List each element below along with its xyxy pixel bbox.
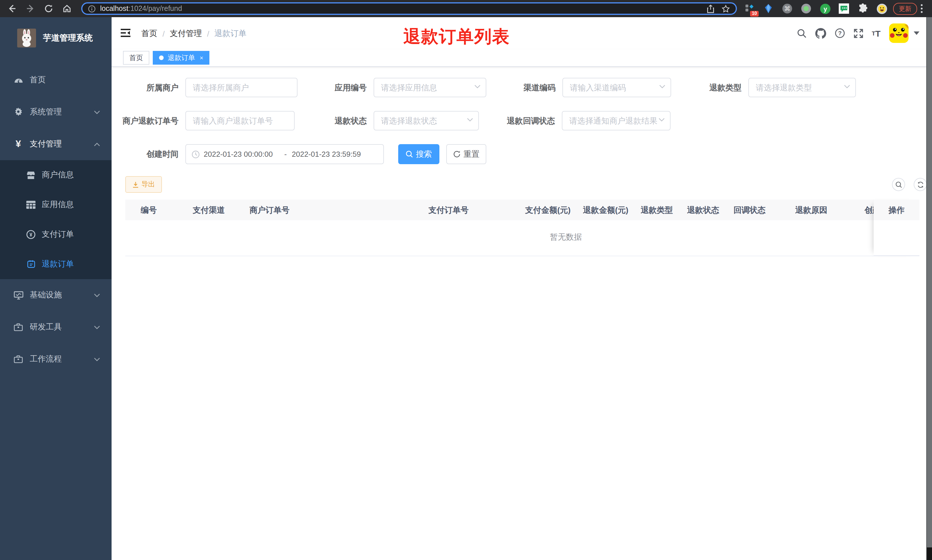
github-icon[interactable] bbox=[815, 28, 826, 38]
filter-channel-select[interactable] bbox=[562, 78, 671, 97]
home-icon[interactable] bbox=[61, 2, 73, 15]
sidebar-menu: 首页 系统管理 ¥ 支付管理 bbox=[0, 64, 112, 375]
address-bar[interactable]: localhost:1024/pay/refund bbox=[81, 2, 737, 15]
channel-input[interactable] bbox=[563, 78, 671, 97]
svg-text:y: y bbox=[823, 5, 827, 12]
back-icon[interactable] bbox=[6, 2, 18, 15]
site-info-icon[interactable] bbox=[88, 5, 95, 12]
merchant-input[interactable] bbox=[186, 78, 297, 97]
forward-icon[interactable] bbox=[24, 2, 37, 15]
sidebar-item-label: 退款订单 bbox=[42, 259, 74, 269]
refresh-table-button[interactable] bbox=[914, 178, 927, 191]
yen-coin-icon: ¥ bbox=[25, 230, 37, 239]
sidebar-item-label: 基础设施 bbox=[30, 290, 62, 300]
breadcrumb: 首页 / 支付管理 / 退款订单 bbox=[141, 29, 247, 39]
reset-button[interactable]: 重置 bbox=[446, 144, 486, 164]
create-time-range-picker[interactable]: 2022-01-23 00:00:00 - 2022-01-23 23:59:5… bbox=[185, 144, 384, 164]
help-icon[interactable]: ? bbox=[834, 28, 845, 38]
extension-tab-manager-icon[interactable]: 10 bbox=[744, 3, 755, 14]
app-input[interactable] bbox=[374, 78, 486, 97]
extension-emoji-icon[interactable] bbox=[876, 3, 887, 14]
search-button[interactable]: 搜索 bbox=[398, 144, 439, 164]
filter-app-select[interactable] bbox=[374, 78, 486, 97]
search-icon[interactable] bbox=[797, 28, 806, 38]
date-separator: - bbox=[279, 150, 292, 158]
breadcrumb-home[interactable]: 首页 bbox=[141, 29, 157, 39]
sidebar-item-label: 支付订单 bbox=[42, 229, 74, 240]
date-end-value[interactable]: 2022-01-23 23:59:59 bbox=[292, 150, 368, 158]
sidebar-item-label: 商户信息 bbox=[42, 170, 74, 180]
tab-close-icon[interactable]: × bbox=[200, 54, 203, 61]
tab-home[interactable]: 首页 bbox=[123, 51, 149, 65]
storefront-icon bbox=[25, 171, 37, 179]
filter-merchant-refund-no-input[interactable] bbox=[185, 111, 295, 131]
reload-icon[interactable] bbox=[42, 2, 55, 15]
filter-refund-status-select[interactable] bbox=[374, 111, 479, 131]
sidebar-item-merchant-info[interactable]: 商户信息 bbox=[0, 160, 112, 190]
sidebar-collapse-icon[interactable] bbox=[121, 29, 131, 37]
table-fixed-action-column: 操作 bbox=[874, 200, 920, 256]
refund-status-input[interactable] bbox=[374, 112, 478, 130]
sidebar-item-label: 研发工具 bbox=[30, 322, 62, 332]
callback-status-input[interactable] bbox=[562, 112, 670, 130]
share-icon[interactable] bbox=[707, 4, 715, 13]
sidebar-item-pay-order[interactable]: ¥ 支付订单 bbox=[0, 220, 112, 249]
tab-label: 退款订单 bbox=[168, 53, 195, 63]
sidebar: 芋道管理系统 首页 系统管理 bbox=[0, 17, 112, 560]
sidebar-item-devtools[interactable]: 研发工具 bbox=[0, 311, 112, 343]
merchant-refund-no-input[interactable] bbox=[186, 112, 294, 130]
col-refund-amount: 退款金额(元) bbox=[577, 200, 635, 220]
avatar[interactable] bbox=[889, 23, 909, 43]
col-create-time-clipped: 创建时间 bbox=[859, 200, 874, 220]
chevron-up-icon bbox=[94, 142, 100, 146]
date-start-value[interactable]: 2022-01-23 00:00:00 bbox=[204, 150, 279, 158]
window-scrollbar[interactable] bbox=[926, 17, 932, 560]
sidebar-item-workflow[interactable]: 工作流程 bbox=[0, 343, 112, 375]
filter-label-callback-status: 退款回调状态 bbox=[492, 111, 555, 131]
reset-button-label: 重置 bbox=[463, 149, 480, 159]
grid-table-icon bbox=[25, 201, 37, 209]
filter-label-merchant-refund-no: 商户退款订单号 bbox=[114, 111, 178, 131]
refund-type-input[interactable] bbox=[749, 78, 855, 97]
fullscreen-icon[interactable] bbox=[854, 28, 863, 38]
svg-text:⌘: ⌘ bbox=[784, 5, 791, 12]
sidebar-item-infra[interactable]: 基础设施 bbox=[0, 279, 112, 311]
chevron-down-icon bbox=[94, 293, 100, 297]
screen: localhost:1024/pay/refund 10 ⌘ bbox=[0, 0, 932, 560]
browser-menu-icon[interactable] bbox=[921, 4, 923, 13]
sidebar-item-label: 系统管理 bbox=[30, 107, 62, 117]
browser-update-button[interactable]: 更新 bbox=[893, 3, 917, 15]
yen-icon: ¥ bbox=[11, 138, 25, 150]
extension-command-icon[interactable]: ⌘ bbox=[781, 3, 793, 14]
sidebar-item-system[interactable]: 系统管理 bbox=[0, 96, 112, 128]
extension-recorder-icon[interactable] bbox=[800, 3, 812, 14]
extension-gem-icon[interactable] bbox=[763, 3, 774, 14]
font-size-icon[interactable]: TT bbox=[872, 28, 881, 38]
monitor-icon bbox=[11, 291, 25, 300]
col-actions: 操作 bbox=[874, 200, 920, 220]
sidebar-item-refund-order[interactable]: 退款订单 bbox=[0, 249, 112, 279]
clock-icon bbox=[192, 150, 200, 158]
sidebar-item-payment[interactable]: ¥ 支付管理 bbox=[0, 128, 112, 160]
svg-text:¥: ¥ bbox=[29, 232, 32, 238]
extensions-bar: 10 ⌘ y bbox=[744, 3, 887, 14]
extensions-puzzle-icon[interactable] bbox=[857, 3, 869, 14]
filter-callback-status-select[interactable] bbox=[562, 111, 671, 131]
tab-label: 首页 bbox=[129, 53, 143, 63]
breadcrumb-payment[interactable]: 支付管理 bbox=[170, 29, 202, 39]
show-search-toggle-button[interactable] bbox=[892, 178, 905, 191]
col-id: 编号 bbox=[125, 200, 187, 220]
export-button[interactable]: 导出 bbox=[125, 176, 162, 193]
sidebar-item-home[interactable]: 首页 bbox=[0, 64, 112, 96]
url-text[interactable]: localhost:1024/pay/refund bbox=[100, 5, 702, 12]
filter-merchant-select[interactable] bbox=[185, 78, 297, 97]
active-dot bbox=[159, 55, 164, 60]
sidebar-item-app-info[interactable]: 应用信息 bbox=[0, 190, 112, 220]
tab-refund-order[interactable]: 退款订单 × bbox=[153, 51, 210, 65]
app-logo-row[interactable]: 芋道管理系统 bbox=[0, 17, 112, 51]
bookmark-star-icon[interactable] bbox=[721, 4, 730, 13]
extension-chat-icon[interactable] bbox=[838, 3, 850, 14]
filter-refund-type-select[interactable] bbox=[748, 78, 856, 97]
avatar-caret-icon[interactable] bbox=[914, 31, 920, 35]
extension-y-icon[interactable]: y bbox=[819, 3, 831, 14]
